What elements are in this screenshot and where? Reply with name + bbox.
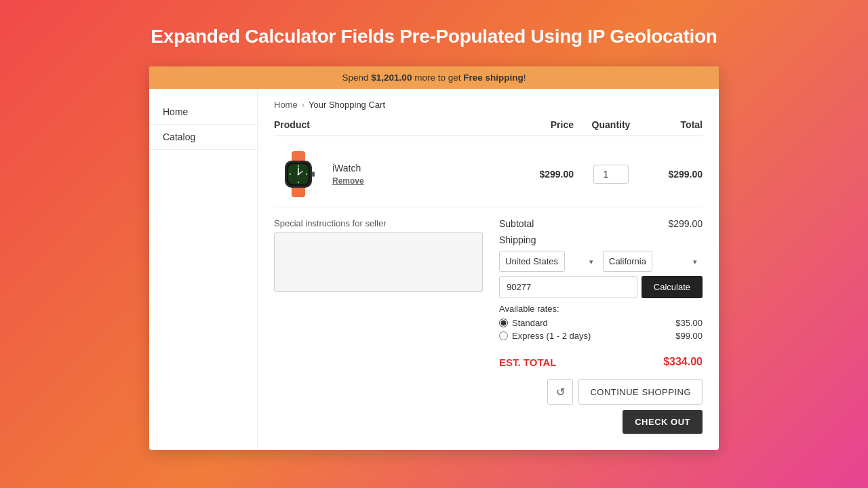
rate-express-radio[interactable] (499, 331, 508, 340)
rate-standard-name: Standard (512, 318, 548, 328)
available-rates-label: Available rates: (499, 304, 703, 314)
shipping-row: Shipping (499, 235, 703, 245)
shipping-dropdowns: United States California (499, 251, 703, 272)
col-header-total: Total (648, 119, 703, 130)
shipping-banner: Spend $1,201.00 more to get Free shippin… (149, 66, 719, 89)
table-row: iWatch Remove $299.00 $299.00 (274, 142, 703, 207)
est-total-label: EST. TOTAL (499, 357, 556, 368)
subtotal-label: Subtotal (499, 218, 534, 229)
svg-point-11 (298, 174, 300, 176)
totals-panel: Subtotal $299.00 Shipping United States (499, 218, 703, 434)
calculate-button[interactable]: Calculate (642, 276, 703, 298)
rate-express-label[interactable]: Express (1 - 2 days) (499, 331, 591, 341)
product-image (274, 150, 323, 199)
banner-amount: $1,201.00 (371, 73, 412, 83)
rate-express-price: $99.00 (675, 331, 703, 341)
svg-point-7 (306, 174, 307, 175)
shop-body: Home Catalog Home › Your Shopping Cart P… (149, 89, 719, 450)
zip-input[interactable] (499, 276, 637, 298)
banner-free-shipping: Free shipping (463, 73, 524, 83)
breadcrumb: Home › Your Shopping Cart (274, 100, 703, 110)
breadcrumb-home[interactable]: Home (274, 100, 298, 110)
product-name: iWatch (332, 163, 364, 174)
refresh-button[interactable]: ↺ (547, 379, 573, 405)
sidebar-item-catalog[interactable]: Catalog (149, 125, 257, 150)
bottom-section: Special instructions for seller Subtotal… (274, 218, 703, 434)
col-header-product: Product (274, 119, 506, 130)
shop-window: Spend $1,201.00 more to get Free shippin… (149, 66, 719, 450)
remove-link[interactable]: Remove (332, 176, 364, 186)
banner-text-prefix: Spend (342, 73, 372, 83)
rate-option-standard[interactable]: Standard $35.00 (499, 318, 703, 328)
product-quantity-cell (574, 165, 648, 184)
zip-row: Calculate (499, 276, 703, 298)
instructions-area: Special instructions for seller (274, 218, 483, 434)
svg-point-8 (290, 174, 291, 175)
quantity-input[interactable] (593, 165, 629, 184)
country-select[interactable]: United States (499, 251, 565, 272)
checkout-button[interactable]: CHECK OUT (623, 410, 703, 434)
breadcrumb-separator: › (302, 100, 304, 110)
checkout-row: CHECK OUT (499, 410, 703, 434)
svg-point-6 (298, 182, 299, 183)
cart-header: Product Price Quantity Total (274, 119, 703, 136)
col-header-quantity: Quantity (574, 119, 648, 130)
sidebar: Home Catalog (149, 89, 258, 450)
state-select[interactable]: California (603, 251, 652, 272)
instructions-textarea[interactable] (274, 232, 483, 292)
product-price: $299.00 (506, 169, 574, 180)
rate-option-express[interactable]: Express (1 - 2 days) $99.00 (499, 331, 703, 341)
product-cell: iWatch Remove (274, 150, 506, 199)
product-total: $299.00 (648, 169, 703, 180)
action-buttons: ↺ CONTINUE SHOPPING (499, 379, 703, 405)
banner-text-suffix: ! (524, 73, 526, 83)
svg-rect-1 (292, 186, 305, 197)
main-content: Home › Your Shopping Cart Product Price … (258, 89, 719, 450)
continue-shopping-button[interactable]: CONTINUE SHOPPING (578, 379, 703, 405)
est-total-row: EST. TOTAL $334.00 (499, 350, 703, 368)
sidebar-item-home[interactable]: Home (149, 100, 257, 125)
svg-rect-0 (292, 151, 305, 162)
country-select-wrapper: United States (499, 251, 599, 272)
state-select-wrapper: California (603, 251, 703, 272)
rate-express-name: Express (1 - 2 days) (512, 331, 591, 341)
col-header-price: Price (506, 119, 574, 130)
instructions-label: Special instructions for seller (274, 218, 483, 228)
subtotal-row: Subtotal $299.00 (499, 218, 703, 229)
shipping-label: Shipping (499, 235, 536, 245)
svg-rect-12 (312, 171, 315, 177)
rate-standard-label[interactable]: Standard (499, 318, 548, 328)
est-total-value: $334.00 (663, 356, 703, 368)
subtotal-value: $299.00 (668, 218, 703, 229)
banner-text-middle: more to get (412, 73, 463, 83)
rate-standard-price: $35.00 (675, 318, 703, 328)
breadcrumb-current: Your Shopping Cart (309, 100, 385, 110)
rate-standard-radio[interactable] (499, 319, 508, 327)
svg-point-5 (298, 165, 299, 167)
page-heading: Expanded Calculator Fields Pre-Populated… (151, 26, 717, 47)
product-info: iWatch Remove (332, 163, 364, 186)
